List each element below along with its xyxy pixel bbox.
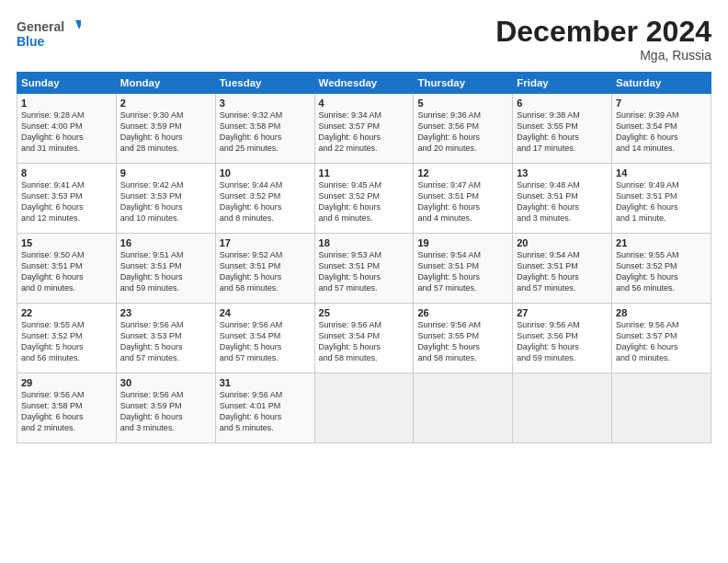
svg-text:Blue: Blue bbox=[17, 34, 45, 49]
weekday-header-cell: Tuesday bbox=[215, 73, 314, 94]
month-title: December 2024 bbox=[495, 17, 711, 46]
location: Mga, Russia bbox=[495, 48, 711, 63]
day-number: 21 bbox=[616, 237, 707, 248]
calendar-day-cell: 31Sunrise: 9:56 AM Sunset: 4:01 PM Dayli… bbox=[215, 373, 314, 443]
day-number: 23 bbox=[120, 307, 211, 318]
day-number: 22 bbox=[21, 307, 112, 318]
day-number: 20 bbox=[517, 237, 608, 248]
day-number: 13 bbox=[517, 167, 608, 178]
day-info: Sunrise: 9:32 AM Sunset: 3:58 PM Dayligh… bbox=[220, 109, 311, 155]
day-number: 3 bbox=[220, 98, 311, 109]
calendar-day-cell: 29Sunrise: 9:56 AM Sunset: 3:58 PM Dayli… bbox=[17, 373, 117, 443]
calendar-table: SundayMondayTuesdayWednesdayThursdayFrid… bbox=[17, 72, 711, 443]
logo-svg: General Blue bbox=[17, 17, 81, 52]
calendar-day-cell: 9Sunrise: 9:42 AM Sunset: 3:53 PM Daylig… bbox=[116, 164, 215, 234]
day-number: 31 bbox=[220, 377, 311, 388]
day-number: 14 bbox=[616, 167, 707, 178]
day-number: 29 bbox=[21, 377, 112, 388]
weekday-header-cell: Wednesday bbox=[314, 73, 414, 94]
day-number: 27 bbox=[517, 307, 608, 318]
day-number: 11 bbox=[319, 167, 410, 178]
day-info: Sunrise: 9:36 AM Sunset: 3:56 PM Dayligh… bbox=[417, 109, 508, 155]
day-number: 5 bbox=[417, 98, 508, 109]
weekday-header-cell: Monday bbox=[116, 73, 215, 94]
day-number: 8 bbox=[21, 167, 112, 178]
day-info: Sunrise: 9:56 AM Sunset: 3:57 PM Dayligh… bbox=[616, 319, 707, 364]
day-number: 18 bbox=[319, 237, 410, 248]
calendar-day-cell: 2Sunrise: 9:30 AM Sunset: 3:59 PM Daylig… bbox=[116, 94, 215, 164]
weekday-header-cell: Thursday bbox=[414, 73, 513, 94]
svg-marker-2 bbox=[75, 20, 81, 29]
day-number: 1 bbox=[21, 98, 112, 109]
weekday-header-cell: Sunday bbox=[17, 73, 117, 94]
calendar-day-cell: 27Sunrise: 9:56 AM Sunset: 3:56 PM Dayli… bbox=[513, 304, 612, 373]
calendar-day-cell bbox=[612, 373, 711, 443]
day-info: Sunrise: 9:56 AM Sunset: 3:53 PM Dayligh… bbox=[120, 319, 211, 364]
day-info: Sunrise: 9:56 AM Sunset: 3:56 PM Dayligh… bbox=[517, 319, 608, 364]
calendar-day-cell: 8Sunrise: 9:41 AM Sunset: 3:53 PM Daylig… bbox=[17, 164, 117, 234]
day-number: 30 bbox=[120, 377, 211, 388]
calendar-week-row: 15Sunrise: 9:50 AM Sunset: 3:51 PM Dayli… bbox=[17, 234, 711, 304]
calendar-day-cell: 14Sunrise: 9:49 AM Sunset: 3:51 PM Dayli… bbox=[612, 164, 711, 234]
calendar-day-cell: 30Sunrise: 9:56 AM Sunset: 3:59 PM Dayli… bbox=[116, 373, 215, 443]
day-info: Sunrise: 9:45 AM Sunset: 3:52 PM Dayligh… bbox=[319, 179, 410, 224]
header: General Blue December 2024 Mga, Russia bbox=[17, 17, 711, 63]
calendar-day-cell: 4Sunrise: 9:34 AM Sunset: 3:57 PM Daylig… bbox=[314, 94, 414, 164]
svg-text:General: General bbox=[17, 19, 64, 34]
day-info: Sunrise: 9:56 AM Sunset: 3:55 PM Dayligh… bbox=[417, 319, 508, 364]
logo: General Blue bbox=[17, 17, 81, 52]
day-number: 12 bbox=[417, 167, 508, 178]
day-info: Sunrise: 9:41 AM Sunset: 3:53 PM Dayligh… bbox=[21, 179, 112, 224]
calendar-body: 1Sunrise: 9:28 AM Sunset: 4:00 PM Daylig… bbox=[17, 94, 711, 443]
calendar-day-cell: 11Sunrise: 9:45 AM Sunset: 3:52 PM Dayli… bbox=[314, 164, 414, 234]
weekday-header-cell: Saturday bbox=[612, 73, 711, 94]
calendar-day-cell: 17Sunrise: 9:52 AM Sunset: 3:51 PM Dayli… bbox=[215, 234, 314, 304]
day-info: Sunrise: 9:52 AM Sunset: 3:51 PM Dayligh… bbox=[220, 249, 311, 294]
day-number: 17 bbox=[220, 237, 311, 248]
day-number: 24 bbox=[220, 307, 311, 318]
day-info: Sunrise: 9:39 AM Sunset: 3:54 PM Dayligh… bbox=[616, 109, 707, 155]
day-info: Sunrise: 9:42 AM Sunset: 3:53 PM Dayligh… bbox=[120, 179, 211, 224]
day-info: Sunrise: 9:56 AM Sunset: 3:59 PM Dayligh… bbox=[120, 389, 211, 434]
calendar-day-cell: 26Sunrise: 9:56 AM Sunset: 3:55 PM Dayli… bbox=[414, 304, 513, 373]
calendar-day-cell: 16Sunrise: 9:51 AM Sunset: 3:51 PM Dayli… bbox=[116, 234, 215, 304]
day-info: Sunrise: 9:38 AM Sunset: 3:55 PM Dayligh… bbox=[517, 109, 608, 155]
day-number: 4 bbox=[319, 98, 410, 109]
calendar-day-cell: 15Sunrise: 9:50 AM Sunset: 3:51 PM Dayli… bbox=[17, 234, 117, 304]
day-info: Sunrise: 9:48 AM Sunset: 3:51 PM Dayligh… bbox=[517, 179, 608, 224]
calendar-week-row: 8Sunrise: 9:41 AM Sunset: 3:53 PM Daylig… bbox=[17, 164, 711, 234]
day-info: Sunrise: 9:56 AM Sunset: 3:54 PM Dayligh… bbox=[319, 319, 410, 364]
day-number: 15 bbox=[21, 237, 112, 248]
calendar-day-cell: 5Sunrise: 9:36 AM Sunset: 3:56 PM Daylig… bbox=[414, 94, 513, 164]
calendar-day-cell: 19Sunrise: 9:54 AM Sunset: 3:51 PM Dayli… bbox=[414, 234, 513, 304]
day-number: 19 bbox=[417, 237, 508, 248]
day-info: Sunrise: 9:28 AM Sunset: 4:00 PM Dayligh… bbox=[21, 109, 112, 155]
calendar-day-cell bbox=[414, 373, 513, 443]
calendar-day-cell: 24Sunrise: 9:56 AM Sunset: 3:54 PM Dayli… bbox=[215, 304, 314, 373]
calendar-week-row: 22Sunrise: 9:55 AM Sunset: 3:52 PM Dayli… bbox=[17, 304, 711, 373]
calendar-day-cell bbox=[314, 373, 414, 443]
day-info: Sunrise: 9:55 AM Sunset: 3:52 PM Dayligh… bbox=[616, 249, 707, 294]
calendar-day-cell: 7Sunrise: 9:39 AM Sunset: 3:54 PM Daylig… bbox=[612, 94, 711, 164]
day-info: Sunrise: 9:54 AM Sunset: 3:51 PM Dayligh… bbox=[517, 249, 608, 294]
day-number: 16 bbox=[120, 237, 211, 248]
day-number: 2 bbox=[120, 98, 211, 109]
day-info: Sunrise: 9:34 AM Sunset: 3:57 PM Dayligh… bbox=[319, 109, 410, 155]
calendar-day-cell: 21Sunrise: 9:55 AM Sunset: 3:52 PM Dayli… bbox=[612, 234, 711, 304]
calendar-day-cell: 3Sunrise: 9:32 AM Sunset: 3:58 PM Daylig… bbox=[215, 94, 314, 164]
day-info: Sunrise: 9:54 AM Sunset: 3:51 PM Dayligh… bbox=[417, 249, 508, 294]
weekday-header-row: SundayMondayTuesdayWednesdayThursdayFrid… bbox=[17, 73, 711, 94]
calendar-day-cell: 28Sunrise: 9:56 AM Sunset: 3:57 PM Dayli… bbox=[612, 304, 711, 373]
day-info: Sunrise: 9:49 AM Sunset: 3:51 PM Dayligh… bbox=[616, 179, 707, 224]
title-area: December 2024 Mga, Russia bbox=[495, 17, 711, 63]
day-info: Sunrise: 9:50 AM Sunset: 3:51 PM Dayligh… bbox=[21, 249, 112, 294]
calendar-day-cell: 6Sunrise: 9:38 AM Sunset: 3:55 PM Daylig… bbox=[513, 94, 612, 164]
calendar-day-cell: 18Sunrise: 9:53 AM Sunset: 3:51 PM Dayli… bbox=[314, 234, 414, 304]
weekday-header-cell: Friday bbox=[513, 73, 612, 94]
day-number: 28 bbox=[616, 307, 707, 318]
calendar-week-row: 29Sunrise: 9:56 AM Sunset: 3:58 PM Dayli… bbox=[17, 373, 711, 443]
calendar-day-cell: 25Sunrise: 9:56 AM Sunset: 3:54 PM Dayli… bbox=[314, 304, 414, 373]
day-info: Sunrise: 9:47 AM Sunset: 3:51 PM Dayligh… bbox=[417, 179, 508, 224]
calendar-day-cell: 13Sunrise: 9:48 AM Sunset: 3:51 PM Dayli… bbox=[513, 164, 612, 234]
day-info: Sunrise: 9:55 AM Sunset: 3:52 PM Dayligh… bbox=[21, 319, 112, 364]
